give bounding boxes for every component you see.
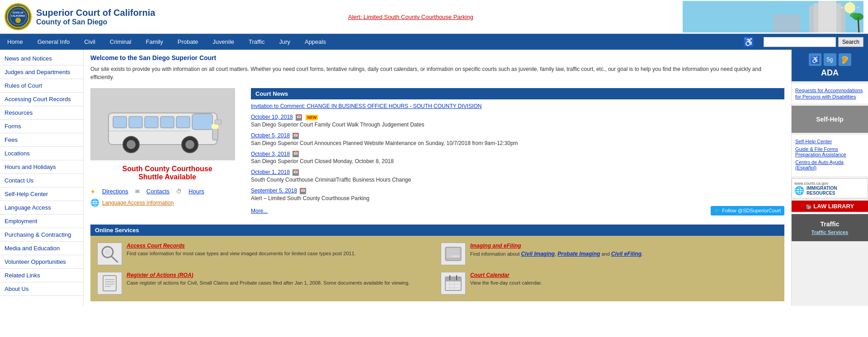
svg-rect-22: [160, 117, 174, 128]
self-help-label: Self-Help: [816, 116, 844, 123]
news-headline-link[interactable]: Invitation to Comment: CHANGE IN BUSINES…: [251, 103, 482, 109]
nav-probate[interactable]: Probate: [170, 35, 206, 49]
hearing-icon: 5g: [824, 53, 836, 66]
traffic-services-link[interactable]: Traffic Services: [811, 229, 848, 235]
accessibility-icon[interactable]: ♿: [739, 37, 759, 47]
nav-traffic[interactable]: Traffic: [241, 35, 272, 49]
contacts-link[interactable]: Contacts: [146, 188, 170, 195]
calendar-icon-5: 📅: [300, 188, 306, 194]
svg-rect-24: [192, 114, 212, 130]
svg-point-26: [127, 140, 136, 149]
news-more-link[interactable]: More...: [251, 208, 268, 214]
service-link-calendar[interactable]: Court Calendar: [470, 272, 509, 278]
news-date-link-5[interactable]: September 5, 2018: [251, 187, 297, 194]
news-item-headline: Invitation to Comment: CHANGE IN BUSINES…: [251, 103, 784, 109]
service-link-records[interactable]: Access Court Records: [127, 243, 185, 249]
search-button[interactable]: Search: [838, 37, 863, 47]
law-library-section: 📚 LAW LIBRARY: [792, 201, 868, 212]
sidebar-item-judges[interactable]: Judges and Departments: [0, 66, 83, 79]
service-desc-records: Find case information for most case type…: [127, 250, 356, 257]
sidebar-item-forms[interactable]: Forms: [0, 120, 83, 133]
sidebar-item-selfhelp[interactable]: Self-Help Center: [0, 187, 83, 201]
ada-links-section: Requests for Accommodations for Persons …: [792, 84, 868, 103]
sidebar-item-news[interactable]: News and Notices: [0, 52, 83, 66]
nav-jury[interactable]: Jury: [272, 35, 297, 49]
svg-rect-19: [113, 117, 127, 128]
nav-civil[interactable]: Civil: [77, 35, 103, 49]
envelope-icon: ✉: [135, 188, 140, 195]
navigation-bar: Home General Info Civil Criminal Family …: [0, 34, 868, 50]
service-desc-calendar: View the five-day court calendar.: [470, 280, 542, 286]
civil-efiling-link[interactable]: Civil eFiling: [611, 251, 642, 257]
welcome-text: Our site exists to provide you with info…: [90, 65, 784, 81]
sidebar-item-language[interactable]: Language Access: [0, 201, 83, 215]
news-body-1: San Diego Superior Court Family Court Wa…: [251, 122, 784, 128]
nav-appeals[interactable]: Appeals: [297, 35, 333, 49]
alert-link[interactable]: Alert: Limited South County Courthouse P…: [348, 14, 473, 20]
sidebar-item-media[interactable]: Media and Education: [0, 242, 83, 255]
court-title: Superior Court of California County of S…: [36, 8, 155, 26]
self-help-center-link[interactable]: Self-Help Center: [795, 139, 864, 144]
sidebar-item-fees[interactable]: Fees: [0, 133, 83, 147]
news-body-5: Alert – Limited South County Courthouse …: [251, 195, 784, 201]
twitter-follow-button[interactable]: 🐦 Follow @SDSuperiorCourt: [711, 206, 784, 215]
new-badge-1: NEW: [306, 115, 318, 120]
svg-point-17: [850, 13, 859, 18]
service-content-calendar: Court Calendar View the five-day court c…: [470, 272, 542, 286]
news-date-link-2[interactable]: October 5, 2018: [251, 132, 290, 139]
service-link-roa[interactable]: Register of Actions (ROA): [127, 272, 193, 278]
service-desc-imaging: Find information about Civil Imaging, Pr…: [470, 250, 643, 258]
service-link-imaging[interactable]: Imaging and eFiling: [470, 243, 521, 249]
sidebar-item-records[interactable]: Accessing Court Records: [0, 93, 83, 106]
star-icon: ★: [90, 188, 95, 195]
hours-link[interactable]: Hours: [189, 188, 204, 195]
service-icon-roa: [97, 272, 122, 295]
traffic-label: Traffic: [820, 220, 839, 228]
ada-icons: ♿ 5g 🦻: [795, 53, 864, 66]
guide-file-link[interactable]: Guide & File Forms Preparation Assistanc…: [795, 146, 864, 157]
sidebar-item-about[interactable]: About Us: [0, 282, 83, 296]
shuttle-section: South County Courthouse Shuttle Availabl…: [90, 88, 244, 215]
nav-general-info[interactable]: General Info: [30, 35, 77, 49]
sidebar-item-purchasing[interactable]: Purchasing & Contracting: [0, 228, 83, 242]
online-services-body: Access Court Records Find case informati…: [90, 236, 784, 301]
sidebar-item-resources[interactable]: Resources: [0, 106, 83, 120]
immigration-sub-label: IMMIGRATION RESOURCES: [807, 186, 865, 196]
news-date-link-3[interactable]: October 3, 2018: [251, 151, 290, 157]
svg-rect-20: [129, 117, 142, 128]
search-input[interactable]: [764, 37, 836, 47]
nav-home[interactable]: Home: [0, 35, 30, 49]
sidebar-item-volunteer[interactable]: Volunteer Opportunities: [0, 255, 83, 269]
news-item-4: October 1, 2018 📅 South County Courthous…: [251, 169, 784, 183]
service-content-imaging: Imaging and eFiling Find information abo…: [470, 243, 643, 258]
directions-link[interactable]: Directions: [102, 188, 128, 195]
shuttle-vehicle-svg: [99, 95, 226, 154]
news-date-link-1[interactable]: October 10, 2018: [251, 114, 293, 120]
welcome-title: Welcome to the San Diego Superior Court: [90, 54, 784, 61]
sidebar-item-rules[interactable]: Rules of Court: [0, 79, 83, 93]
calendar-icon-4: 📅: [292, 169, 299, 176]
sidebar-item-hours[interactable]: Hours and Holidays: [0, 160, 83, 174]
sidebar-item-links[interactable]: Related Links: [0, 269, 83, 282]
ada-accommodation-link[interactable]: Requests for Accommodations for Persons …: [795, 88, 863, 99]
twitter-follow-section: More... 🐦 Follow @SDSuperiorCourt: [251, 206, 784, 215]
sidebar-item-employment[interactable]: Employment: [0, 215, 83, 228]
service-item-records: Access Court Records Find case informati…: [97, 243, 434, 265]
svg-rect-32: [215, 120, 222, 124]
svg-rect-21: [145, 117, 158, 128]
news-body-4: South County Courthouse Criminal/Traffic…: [251, 177, 784, 183]
nav-family[interactable]: Family: [138, 35, 170, 49]
nav-criminal[interactable]: Criminal: [103, 35, 139, 49]
court-name-line2: County of San Diego: [36, 18, 155, 26]
language-access-link[interactable]: Language Access Information: [102, 200, 174, 206]
self-help-links-section: Self-Help Center Guide & File Forms Prep…: [792, 135, 868, 176]
news-date-link-4[interactable]: October 1, 2018: [251, 169, 290, 175]
alert-area: Alert: Limited South County Courthouse P…: [339, 14, 683, 20]
nav-juvenile[interactable]: Juvenile: [205, 35, 241, 49]
centro-link[interactable]: Centro de Auto Ayuda (Español): [795, 159, 864, 170]
svg-line-34: [112, 257, 118, 262]
civil-imaging-link[interactable]: Civil Imaging: [521, 251, 555, 257]
sidebar-item-contact[interactable]: Contact Us: [0, 174, 83, 187]
probate-imaging-link[interactable]: Probate Imaging: [557, 251, 600, 257]
sidebar-item-locations[interactable]: Locations: [0, 147, 83, 160]
